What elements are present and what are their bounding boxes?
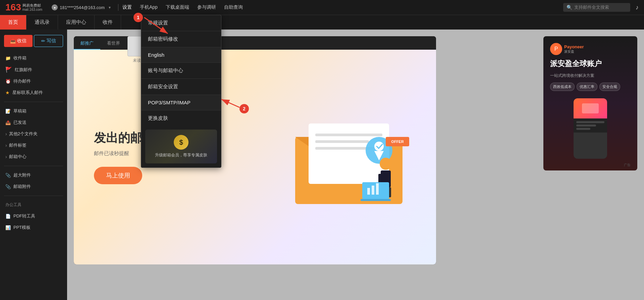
logo-area[interactable]: 163 网易免费邮 mail.163.com (5, 3, 42, 12)
sidebar-item-pending[interactable]: ⏰ 待办邮件 (0, 76, 67, 87)
sidebar-item-mail-attachment[interactable]: 📎 邮箱附件 (0, 181, 67, 192)
tab-home[interactable]: 首页 (0, 15, 26, 30)
annotation-circle-2: 2 (239, 104, 249, 113)
svg-rect-3 (315, 134, 382, 136)
dropdown-item-password[interactable]: 邮箱密码修改 (141, 31, 221, 47)
sidebar-item-large-attachment[interactable]: 📎 超大附件 (0, 169, 67, 181)
clock-icon: ⏰ (5, 79, 11, 84)
skin-upgrade-inner: $ 升级邮箱会员，尊享专属皮肤 (145, 130, 217, 163)
sidebar-section-mail: 📁 收件箱 🚩 红旗邮件 ⏰ 待办邮件 ★ 星标联系人邮件 (0, 51, 67, 100)
tab-inbox[interactable]: 收件 (95, 15, 121, 30)
tab-contacts[interactable]: 通讯录 (26, 15, 58, 30)
sidebar-item-pdf[interactable]: 📄 PDF转工具 (0, 210, 67, 222)
nav-settings[interactable]: 设置 (122, 3, 132, 12)
search-icon: 🔍 (567, 5, 572, 10)
ad-badge-2: 优惠汇率 (577, 83, 597, 91)
logo-tagline2: mail.163.com (22, 8, 42, 11)
svg-rect-16 (362, 182, 389, 199)
btn-use-now[interactable]: 马上使用 (94, 167, 142, 184)
user-email: 181****2544@163.com (60, 5, 105, 10)
attachment-icon: 📎 (5, 173, 11, 178)
dropdown-item-english[interactable]: English (141, 47, 221, 62)
nav-desktop[interactable]: 下载桌面端 (166, 3, 189, 12)
svg-point-11 (380, 158, 392, 170)
dropdown-item-general[interactable]: 常规设置 (141, 15, 221, 31)
promo-tab-mail[interactable]: 邮推广 (74, 38, 100, 50)
svg-rect-4 (315, 140, 369, 143)
btn-receive[interactable]: 📥 收信 (4, 35, 33, 47)
promo-tab-world[interactable]: 看世界 (100, 38, 127, 50)
svg-rect-20 (376, 183, 379, 195)
btn-write[interactable]: ✏ 写信 (34, 35, 63, 47)
nav-survey[interactable]: 参与调研 (197, 3, 216, 12)
sidebar-divider-3 (4, 196, 63, 196)
sidebar-divider-1 (4, 102, 63, 102)
nav-mobile[interactable]: 手机App (140, 3, 158, 12)
promo-svg: OFFER (282, 90, 416, 224)
ad-label: 广告 (550, 163, 631, 167)
skin-upgrade-text: 升级邮箱会员，尊享专属皮肤 (155, 152, 207, 158)
sidebar-item-inbox[interactable]: 📁 收件箱 (0, 52, 67, 64)
sidebar-item-starred[interactable]: ★ 星标联系人邮件 (0, 87, 67, 98)
header-divider (118, 4, 118, 11)
music-icon[interactable]: ♪ (636, 4, 639, 11)
sidebar-section-tools: 办公工具 📄 PDF转工具 📊 PPT模板 (0, 198, 67, 235)
sidebar-item-drafts[interactable]: 📝 草稿箱 (0, 105, 67, 117)
sidebar-item-office-tools: 办公工具 (0, 199, 67, 210)
sidebar-item-flagged[interactable]: 🚩 红旗邮件 (0, 64, 67, 76)
avatar: ● (52, 4, 58, 10)
dropdown-menu: 常规设置 邮箱密码修改 English 账号与邮箱中心 邮箱安全设置 POP3/… (141, 15, 221, 168)
payoneer-brand: Payoneer 派安盈 (564, 44, 584, 54)
phone-screen-content (574, 118, 607, 133)
logo-163: 163 (5, 3, 21, 12)
phone-card (582, 103, 599, 113)
sidebar: 📥 收信 ✏ 写信 📁 收件箱 🚩 红旗邮件 ⏰ 待办邮件 ★ 星标联系人邮件 … (0, 30, 67, 300)
sub-nav: 首页 通讯录 应用中心 收件 (0, 15, 644, 30)
ppt-icon: 📊 (5, 225, 11, 230)
write-icon: ✏ (41, 38, 45, 44)
nav-selfservice[interactable]: 自助查询 (224, 3, 243, 12)
svg-rect-17 (361, 199, 391, 201)
ad-badge-1: 西效低成本 (550, 83, 575, 91)
promo-illustration: OFFER (282, 90, 416, 224)
dropdown-item-skin[interactable]: 更换皮肤 (141, 110, 221, 126)
inbox-folder-icon: 📁 (5, 56, 11, 61)
ad-subtitle: 一站式跨境收付解决方案 (550, 73, 631, 79)
chevron-down-icon: ▼ (108, 6, 111, 9)
dropdown-item-account[interactable]: 账号与邮箱中心 (141, 63, 221, 79)
ad-badges: 西效低成本 优惠汇率 安全合规 (550, 83, 631, 91)
phone-mockup (574, 98, 607, 159)
svg-point-7 (374, 142, 384, 151)
search-placeholder: 支持邮件全文搜索 (574, 4, 609, 10)
search-area[interactable]: 🔍 支持邮件全文搜索 (563, 3, 630, 12)
attachment2-icon: 📎 (5, 184, 11, 189)
svg-rect-18 (367, 188, 370, 195)
annotation-circle-1: 1 (133, 13, 143, 22)
header-nav: 设置 手机App 下载桌面端 参与调研 自助查询 (122, 3, 243, 12)
logo-tagline1: 网易免费邮 (22, 3, 42, 7)
sub-nav-tabs: 首页 通讯录 应用中心 收件 (0, 15, 121, 30)
pdf-icon: 📄 (5, 214, 11, 219)
sidebar-item-mailbox-center[interactable]: 邮箱中心 (0, 151, 67, 162)
sidebar-section-folders: 📝 草稿箱 📤 已发送 其他2个文件夹 邮件标签 邮箱中心 (0, 104, 67, 164)
sidebar-section-attachment: 📎 超大附件 📎 邮箱附件 (0, 168, 67, 194)
logo-sub: 网易免费邮 mail.163.com (22, 3, 42, 11)
svg-rect-19 (372, 186, 374, 195)
tab-apps[interactable]: 应用中心 (58, 15, 95, 30)
draft-icon: 📝 (5, 109, 11, 114)
sidebar-item-ppt[interactable]: 📊 PPT模板 (0, 222, 67, 233)
flag-icon: 🚩 (5, 66, 12, 73)
phone-mockup-container (550, 98, 631, 159)
svg-text:OFFER: OFFER (391, 140, 404, 144)
dropdown-item-security[interactable]: 邮箱安全设置 (141, 79, 221, 95)
payoneer-icon: P (550, 43, 562, 55)
star-icon: ★ (5, 90, 10, 95)
sidebar-action-buttons: 📥 收信 ✏ 写信 (0, 32, 67, 50)
sidebar-item-labels[interactable]: 邮件标签 (0, 140, 67, 151)
skin-upgrade[interactable]: $ 升级邮箱会员，尊享专属皮肤 (145, 130, 217, 163)
dropdown-item-pop3[interactable]: POP3/SMTP/IMAP (141, 95, 221, 110)
inbox-icon: 📥 (10, 38, 16, 44)
sidebar-item-other-folders[interactable]: 其他2个文件夹 (0, 128, 67, 140)
sidebar-item-sent[interactable]: 📤 已发送 (0, 117, 67, 128)
user-info[interactable]: ● 181****2544@163.com ▼ (49, 3, 114, 12)
